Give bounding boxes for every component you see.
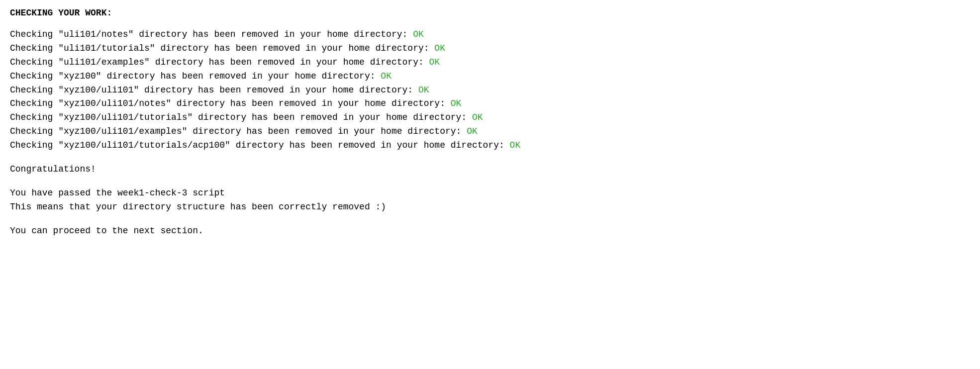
- page-content: CHECKING YOUR WORK: Checking "uli101/not…: [10, 8, 970, 238]
- heading: CHECKING YOUR WORK:: [10, 8, 970, 18]
- check-status-8: OK: [510, 140, 521, 150]
- check-text-0: Checking "uli101/notes" directory has be…: [10, 29, 413, 39]
- check-status-4: OK: [418, 85, 429, 95]
- check-status-1: OK: [434, 43, 445, 53]
- spacer-2: [10, 177, 970, 186]
- check-status-0: OK: [413, 29, 424, 39]
- check-status-3: OK: [381, 71, 392, 81]
- check-line-6: Checking "xyz100/uli101/tutorials" direc…: [10, 111, 970, 125]
- check-status-2: OK: [429, 57, 440, 67]
- check-text-4: Checking "xyz100/uli101" directory has b…: [10, 85, 418, 95]
- check-text-3: Checking "xyz100" directory has been rem…: [10, 71, 381, 81]
- checks-container: Checking "uli101/notes" directory has be…: [10, 28, 970, 153]
- check-line-2: Checking "uli101/examples" directory has…: [10, 56, 970, 70]
- passed-line2: This means that your directory structure…: [10, 200, 970, 214]
- check-line-8: Checking "xyz100/uli101/tutorials/acp100…: [10, 139, 970, 153]
- check-line-7: Checking "xyz100/uli101/examples" direct…: [10, 125, 970, 139]
- check-text-5: Checking "xyz100/uli101/notes" directory…: [10, 98, 451, 108]
- check-status-7: OK: [467, 126, 478, 136]
- spacer-3: [10, 214, 970, 224]
- check-line-4: Checking "xyz100/uli101" directory has b…: [10, 84, 970, 97]
- check-text-2: Checking "uli101/examples" directory has…: [10, 57, 429, 67]
- check-text-6: Checking "xyz100/uli101/tutorials" direc…: [10, 112, 472, 122]
- check-text-7: Checking "xyz100/uli101/examples" direct…: [10, 126, 467, 136]
- check-text-1: Checking "uli101/tutorials" directory ha…: [10, 43, 434, 53]
- check-status-5: OK: [451, 98, 462, 108]
- check-status-6: OK: [472, 112, 483, 122]
- check-line-5: Checking "xyz100/uli101/notes" directory…: [10, 97, 970, 111]
- spacer-1: [10, 153, 970, 163]
- proceed-line: You can proceed to the next section.: [10, 224, 970, 238]
- check-line-1: Checking "uli101/tutorials" directory ha…: [10, 42, 970, 56]
- check-text-8: Checking "xyz100/uli101/tutorials/acp100…: [10, 140, 510, 150]
- passed-line1: You have passed the week1-check-3 script: [10, 186, 970, 200]
- check-line-3: Checking "xyz100" directory has been rem…: [10, 70, 970, 84]
- congratulations-line: Congratulations!: [10, 163, 970, 177]
- check-line-0: Checking "uli101/notes" directory has be…: [10, 28, 970, 42]
